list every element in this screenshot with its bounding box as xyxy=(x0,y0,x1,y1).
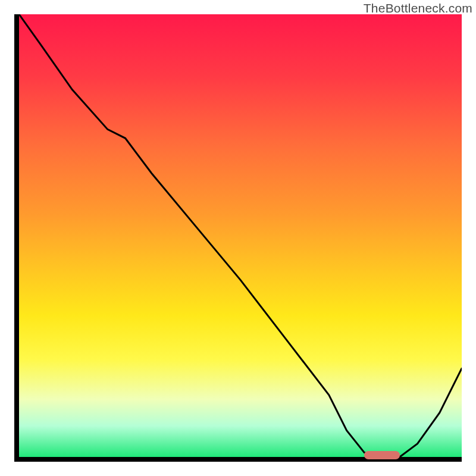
curve-path xyxy=(19,14,462,457)
chart-frame: TheBottleneck.com xyxy=(0,0,476,476)
plot-area xyxy=(19,14,462,457)
watermark-text: TheBottleneck.com xyxy=(364,1,472,15)
optimum-marker xyxy=(364,451,400,459)
bottleneck-curve xyxy=(19,14,462,457)
y-axis xyxy=(14,14,19,462)
